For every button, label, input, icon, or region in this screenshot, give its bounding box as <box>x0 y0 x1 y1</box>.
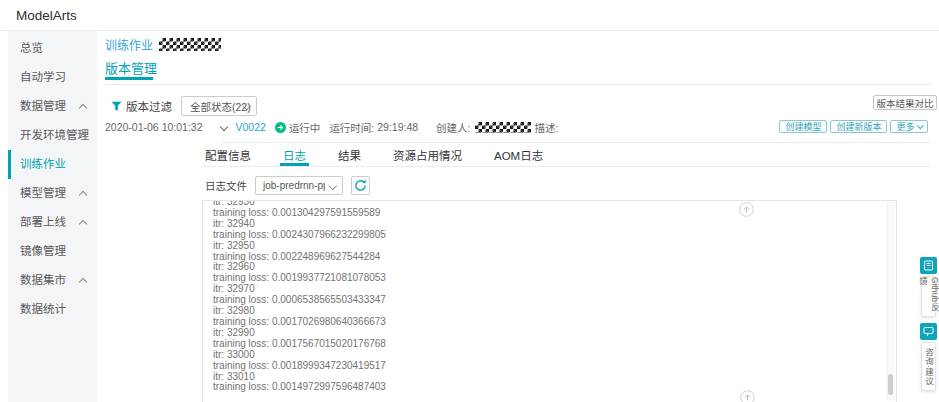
active-tab-underline <box>105 77 153 80</box>
runtime-value: 29:19:48 <box>377 121 418 133</box>
log-line: training loss: 0.0017026980640366673 <box>213 317 896 328</box>
log-lines: itr: 32930 training loss: 0.001304297591… <box>203 200 896 393</box>
refresh-button[interactable] <box>351 176 370 195</box>
redacted-creator-name <box>475 122 531 133</box>
chat-bubble-icon <box>923 326 934 337</box>
arrow-up-circle-icon <box>740 390 755 402</box>
divider <box>105 84 931 85</box>
tab-resource-usage[interactable]: 资源占用情况 <box>390 147 465 166</box>
sidebar-item-model-management[interactable]: 模型管理 <box>8 179 97 208</box>
version-action-buttons: 创建模型 创建新版本 更多 <box>779 120 928 133</box>
log-output-panel[interactable]: itr: 32930 training loss: 0.001304297591… <box>202 200 897 402</box>
sidebar: 总览 自动学习 数据管理 开发环境管理 训练作业 模型管理 部署上线 镜像管理 … <box>8 31 97 402</box>
create-version-button[interactable]: 创建新版本 <box>830 120 887 133</box>
log-line: training loss: 0.0014972997596487403 <box>213 382 896 393</box>
expand-version-icon[interactable] <box>219 123 227 131</box>
detail-tabs: 配置信息 日志 结果 资源占用情况 AOM日志 <box>202 147 546 166</box>
sidebar-item-overview[interactable]: 总览 <box>8 34 97 63</box>
github-feedback-tab[interactable]: Github反馈 <box>921 276 936 317</box>
log-scrollbar-thumb[interactable] <box>888 374 893 395</box>
tab-logs[interactable]: 日志 <box>280 147 309 166</box>
consult-suggest-tab[interactable]: 咨询·建议 <box>921 342 936 391</box>
document-icon <box>923 260 934 271</box>
refresh-icon <box>354 179 367 192</box>
log-line: itr: 32950 <box>213 241 896 252</box>
tab-aom-logs[interactable]: AOM日志 <box>491 147 546 166</box>
version-row: 2020-01-06 10:01:32 V0022 运行中 运行时间: 29:1… <box>105 120 558 134</box>
tab-results[interactable]: 结果 <box>335 147 364 166</box>
sidebar-item-data-statistics[interactable]: 数据统计 <box>8 295 97 324</box>
breadcrumb: 训练作业 <box>105 36 221 52</box>
tab-version-management[interactable]: 版本管理 <box>105 58 157 77</box>
redacted-job-name <box>159 38 221 51</box>
sidebar-item-image-management[interactable]: 镜像管理 <box>8 237 97 266</box>
running-status-icon <box>275 122 286 133</box>
log-scrollbar-track[interactable] <box>887 202 895 401</box>
sidebar-item-auto-learning[interactable]: 自动学习 <box>8 63 97 92</box>
funnel-icon <box>111 101 122 112</box>
scroll-to-bottom-button[interactable] <box>740 390 755 402</box>
sidebar-item-dev-env-management[interactable]: 开发环境管理 <box>8 121 97 150</box>
log-file-label: 日志文件 <box>205 178 247 193</box>
log-line: training loss: 0.0017567015020176768 <box>213 339 896 350</box>
create-model-button[interactable]: 创建模型 <box>779 120 827 133</box>
scroll-to-top-button[interactable] <box>739 202 754 217</box>
chevron-down-icon <box>328 182 336 190</box>
version-filter-bar: 版本过滤 全部状态(22) <box>111 96 257 116</box>
chevron-up-icon <box>79 104 87 112</box>
arrow-up-circle-icon <box>739 202 754 217</box>
chevron-up-icon <box>79 278 87 286</box>
more-button[interactable]: 更多 <box>890 120 928 133</box>
app-title: ModelArts <box>16 8 77 23</box>
github-feedback-button[interactable] <box>920 257 937 274</box>
sidebar-item-data-market[interactable]: 数据集市 <box>8 266 97 295</box>
runtime-label: 运行时间: <box>329 120 374 135</box>
log-line: training loss: 0.0019937721081078053 <box>213 273 896 284</box>
chevron-up-icon <box>79 191 87 199</box>
sidebar-item-data-management[interactable]: 数据管理 <box>8 92 97 121</box>
log-line: training loss: 0.0006538565503433347 <box>213 295 896 306</box>
creator-label: 创建人: <box>436 120 470 135</box>
divider <box>222 142 931 143</box>
log-line: itr: 33000 <box>213 350 896 361</box>
log-line: training loss: 0.002248969627544284 <box>213 252 896 263</box>
divider <box>202 166 931 167</box>
sidebar-item-deployment[interactable]: 部署上线 <box>8 208 97 237</box>
chevron-up-icon <box>79 220 87 228</box>
log-line: training loss: 0.001304297591559589 <box>213 208 896 219</box>
status-filter-dropdown[interactable]: 全部状态(22) <box>181 96 257 116</box>
description-label: 描述: <box>535 120 559 135</box>
chevron-down-icon <box>917 122 923 128</box>
consult-suggest-button[interactable] <box>920 323 937 340</box>
top-bar: ModelArts <box>0 0 939 31</box>
modelarts-console: ModelArts 总览 自动学习 数据管理 开发环境管理 训练作业 模型管理 … <box>0 0 939 402</box>
status-text: 运行中 <box>289 120 321 135</box>
log-line: training loss: 0.0024307966232299805 <box>213 230 896 241</box>
log-line: training loss: 0.0018999347230419517 <box>213 361 896 372</box>
log-controls: 日志文件 job-predrnn-pp.( <box>205 176 370 195</box>
breadcrumb-training-jobs-link[interactable]: 训练作业 <box>105 36 153 53</box>
version-link[interactable]: V0022 <box>236 121 266 133</box>
tab-config-info[interactable]: 配置信息 <box>202 147 254 166</box>
version-filter-label: 版本过滤 <box>126 98 172 114</box>
version-timestamp: 2020-01-06 10:01:32 <box>105 121 203 133</box>
compare-versions-button[interactable]: 版本结果对比 <box>873 95 937 110</box>
sidebar-item-training-jobs[interactable]: 训练作业 <box>8 150 97 179</box>
log-file-dropdown[interactable]: job-predrnn-pp.( <box>255 176 343 195</box>
